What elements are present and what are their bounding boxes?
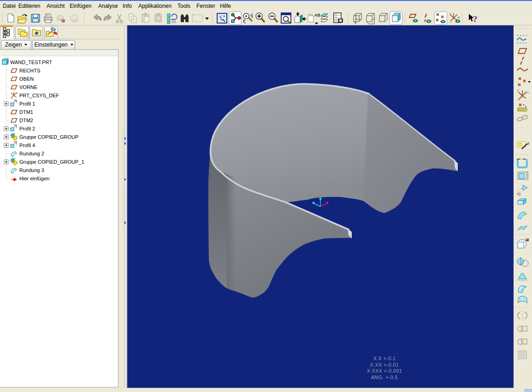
svg-text:OBEN: OBEN	[19, 76, 34, 82]
svg-text:Hier einfügen: Hier einfügen	[19, 176, 49, 181]
svg-text:VORNE: VORNE	[19, 84, 37, 90]
svg-text:X.XXX +-0.001: X.XXX +-0.001	[367, 368, 402, 374]
svg-text:Profil 1: Profil 1	[19, 101, 35, 107]
svg-text:Profil 4: Profil 4	[19, 143, 35, 148]
svg-text:RECHTS: RECHTS	[19, 68, 40, 73]
svg-text:DTM2: DTM2	[19, 118, 33, 123]
svg-text:y: y	[449, 12, 451, 16]
svg-text:Gruppe COPIED_GROUP: Gruppe COPIED_GROUP	[19, 134, 78, 140]
svg-text:WAND_TEST.PRT: WAND_TEST.PRT	[10, 59, 52, 65]
svg-text:x: x	[527, 90, 529, 95]
svg-text:X.X +-0.1: X.X +-0.1	[373, 356, 396, 361]
svg-text:DTM1: DTM1	[19, 109, 33, 115]
svg-text:y: y	[517, 88, 519, 92]
svg-text:X.XX +-0.01: X.XX +-0.01	[370, 362, 399, 368]
svg-text:ANG. +-0.5: ANG. +-0.5	[371, 374, 398, 380]
svg-text:✱: ✱	[34, 30, 38, 36]
svg-text:Rundung 3: Rundung 3	[19, 167, 44, 173]
svg-text:?: ?	[473, 14, 478, 24]
svg-text:Profil 2: Profil 2	[19, 126, 35, 131]
svg-text:Rundung 2: Rundung 2	[19, 151, 44, 156]
svg-text:AB: AB	[314, 13, 320, 18]
svg-text:z: z	[518, 97, 520, 101]
svg-text:z: z	[450, 20, 452, 23]
svg-text:Gruppe COPIED_GROUP_1: Gruppe COPIED_GROUP_1	[19, 159, 84, 165]
svg-text:PRT_CSYS_DEF: PRT_CSYS_DEF	[19, 93, 59, 98]
